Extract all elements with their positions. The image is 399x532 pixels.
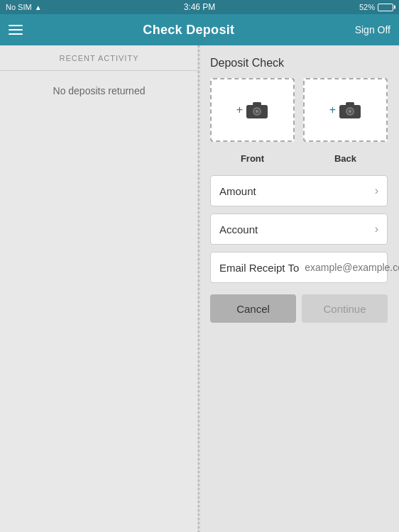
front-photo-button[interactable]: + bbox=[210, 78, 295, 142]
amount-label: Amount bbox=[219, 185, 256, 197]
cancel-button[interactable]: Cancel bbox=[210, 294, 296, 323]
left-panel: RECENT ACTIVITY No deposits returned bbox=[0, 45, 199, 532]
hamburger-menu-button[interactable] bbox=[9, 25, 23, 35]
wifi-icon: ▲ bbox=[35, 4, 42, 11]
svg-rect-3 bbox=[253, 102, 261, 106]
camera-icon bbox=[246, 101, 268, 119]
amount-chevron-icon: › bbox=[375, 184, 378, 197]
resize-handle bbox=[197, 45, 200, 532]
recent-activity-header: RECENT ACTIVITY bbox=[0, 45, 198, 71]
amount-field[interactable]: Amount › bbox=[210, 175, 388, 206]
status-time: 3:46 PM bbox=[184, 2, 216, 12]
email-receipt-input[interactable] bbox=[305, 262, 399, 273]
svg-point-9 bbox=[349, 110, 351, 113]
back-photo-button[interactable]: + bbox=[303, 78, 388, 142]
status-right: 52% bbox=[359, 3, 393, 11]
deposit-check-title: Deposit Check bbox=[210, 57, 388, 70]
email-receipt-label: Email Receipt To bbox=[219, 262, 299, 274]
carrier-label: No SIM bbox=[6, 3, 32, 11]
nav-bar: Check Deposit Sign Off bbox=[0, 14, 399, 45]
recent-activity-label: RECENT ACTIVITY bbox=[60, 54, 139, 62]
photo-capture-row: + + bbox=[210, 78, 388, 142]
status-left: No SIM ▲ bbox=[6, 3, 42, 11]
camera-back-icon bbox=[339, 101, 361, 119]
svg-rect-8 bbox=[346, 102, 354, 106]
plus-icon-back: + bbox=[329, 104, 336, 116]
status-bar: No SIM ▲ 3:46 PM 52% bbox=[0, 0, 399, 14]
battery-icon bbox=[378, 4, 393, 11]
svg-point-4 bbox=[256, 110, 258, 113]
page-title: Check Deposit bbox=[143, 23, 234, 38]
account-label: Account bbox=[219, 223, 258, 235]
continue-button[interactable]: Continue bbox=[302, 294, 388, 323]
no-deposits-message: No deposits returned bbox=[0, 71, 198, 111]
sign-off-button[interactable]: Sign Off bbox=[355, 24, 390, 35]
account-field[interactable]: Account › bbox=[210, 214, 388, 245]
action-buttons: Cancel Continue bbox=[210, 294, 388, 323]
battery-pct-label: 52% bbox=[359, 3, 375, 11]
account-chevron-icon: › bbox=[375, 223, 378, 235]
back-label: Back bbox=[303, 153, 388, 164]
plus-icon: + bbox=[236, 104, 243, 116]
email-receipt-field: Email Receipt To bbox=[210, 252, 388, 283]
right-panel: Deposit Check + + bbox=[199, 45, 399, 532]
photo-label-row: Front Back bbox=[210, 153, 388, 164]
front-label: Front bbox=[210, 153, 295, 164]
